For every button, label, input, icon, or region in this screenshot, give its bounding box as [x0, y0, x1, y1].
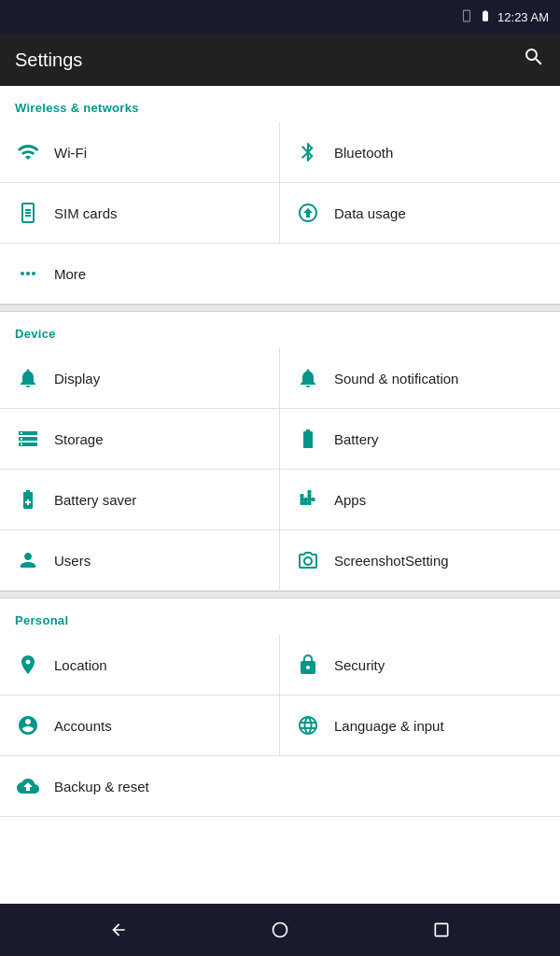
battery-saver-icon [15, 486, 41, 513]
location-label: Location [54, 657, 107, 673]
location-icon [15, 652, 41, 678]
accounts-icon [15, 712, 41, 738]
battery-settings-icon [295, 426, 321, 452]
search-button[interactable] [523, 46, 545, 74]
settings-item-bluetooth[interactable]: Bluetooth [280, 122, 560, 183]
wifi-label: Wi-Fi [54, 145, 87, 161]
settings-item-more[interactable]: More [0, 244, 560, 304]
section-wireless: Wireless & networks Wi-Fi Bluetooth SIM … [0, 86, 560, 304]
settings-item-datausage[interactable]: Data usage [280, 183, 560, 244]
storage-icon [15, 426, 41, 452]
battery-label: Battery [334, 431, 379, 447]
svg-point-0 [273, 923, 287, 937]
battery-icon [479, 9, 492, 25]
screenshot-label: ScreenshotSetting [334, 553, 449, 569]
settings-item-battery[interactable]: Battery [280, 409, 560, 470]
back-button[interactable] [100, 911, 137, 949]
settings-item-storage[interactable]: Storage [0, 409, 280, 470]
sim-icon [460, 9, 473, 25]
settings-item-apps[interactable]: Apps [280, 470, 560, 530]
device-grid: Display Sound & notification Storage Bat… [0, 348, 560, 591]
settings-content: Wireless & networks Wi-Fi Bluetooth SIM … [0, 86, 560, 904]
divider-wireless-device [0, 304, 560, 312]
datausage-label: Data usage [334, 205, 406, 221]
security-icon [295, 652, 321, 678]
users-label: Users [54, 553, 91, 569]
personal-grid: Location Security Accounts Language & in… [0, 635, 560, 817]
navigation-bar [0, 904, 560, 956]
divider-device-personal [0, 591, 560, 598]
batterysaver-label: Battery saver [54, 492, 136, 508]
sound-icon [295, 365, 321, 391]
section-header-wireless: Wireless & networks [0, 86, 560, 122]
users-icon [15, 547, 41, 573]
settings-item-batterysaver[interactable]: Battery saver [0, 470, 280, 530]
backup-label: Backup & reset [54, 779, 149, 794]
security-label: Security [334, 657, 385, 673]
section-header-personal: Personal [0, 598, 560, 635]
bluetooth-icon [295, 139, 321, 165]
settings-item-location[interactable]: Location [0, 635, 280, 696]
section-personal: Personal Location Security Accounts [0, 598, 560, 817]
wireless-grid: Wi-Fi Bluetooth SIM cards Data usage [0, 122, 560, 304]
data-usage-icon [295, 200, 321, 226]
apps-label: Apps [334, 492, 366, 508]
display-label: Display [54, 371, 100, 387]
language-icon [295, 712, 321, 738]
recent-apps-button[interactable] [423, 911, 460, 949]
sound-label: Sound & notification [334, 371, 458, 387]
settings-item-simcards[interactable]: SIM cards [0, 183, 280, 244]
sim-cards-icon [15, 200, 41, 226]
settings-item-sound[interactable]: Sound & notification [280, 348, 560, 409]
language-label: Language & input [334, 718, 444, 734]
toolbar: Settings [0, 34, 560, 86]
backup-icon [15, 773, 41, 799]
settings-item-security[interactable]: Security [280, 635, 560, 696]
settings-item-language[interactable]: Language & input [280, 696, 560, 756]
wifi-icon [15, 139, 41, 165]
section-device: Device Display Sound & notification Stor… [0, 312, 560, 591]
settings-item-display[interactable]: Display [0, 348, 280, 409]
more-icon [15, 260, 41, 287]
settings-item-accounts[interactable]: Accounts [0, 696, 280, 756]
page-title: Settings [15, 49, 82, 71]
home-button[interactable] [261, 911, 299, 949]
svg-rect-1 [436, 923, 448, 935]
display-icon [15, 365, 41, 391]
section-header-device: Device [0, 312, 560, 348]
settings-item-users[interactable]: Users [0, 530, 280, 591]
simcards-label: SIM cards [54, 205, 118, 221]
status-icons: 12:23 AM [460, 9, 549, 25]
screenshot-icon [295, 547, 321, 573]
accounts-label: Accounts [54, 718, 112, 734]
apps-icon [295, 486, 321, 513]
more-label: More [54, 266, 86, 282]
status-bar: 12:23 AM [0, 0, 560, 34]
status-time: 12:23 AM [497, 10, 549, 24]
settings-item-screenshot[interactable]: ScreenshotSetting [280, 530, 560, 591]
settings-item-wifi[interactable]: Wi-Fi [0, 122, 280, 183]
bluetooth-label: Bluetooth [334, 145, 393, 161]
storage-label: Storage [54, 431, 104, 447]
settings-item-backup[interactable]: Backup & reset [0, 756, 560, 817]
